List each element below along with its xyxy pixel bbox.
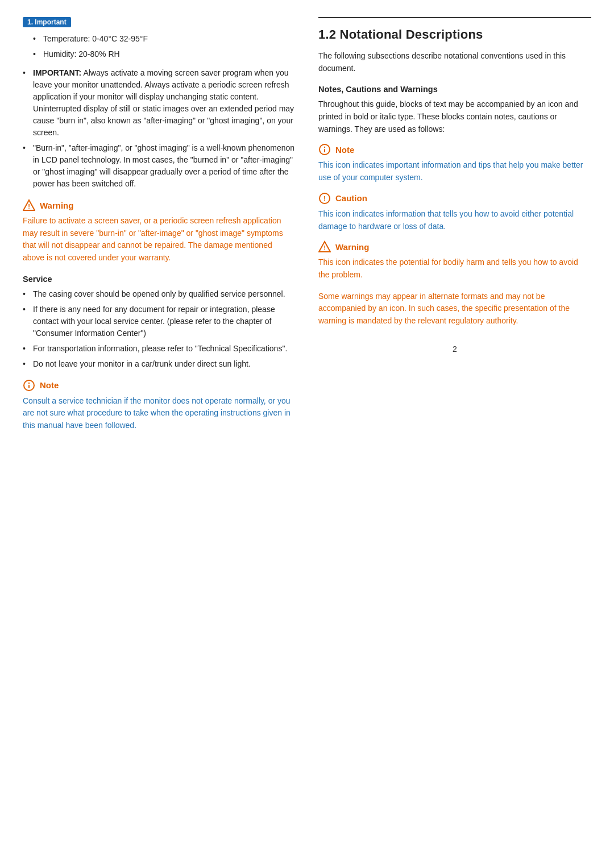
list-item: IMPORTANT: Always activate a moving scre… bbox=[23, 67, 296, 139]
bullet1-text: Always activate a moving screen saver pr… bbox=[33, 68, 294, 137]
warning-header-right: ! Warning bbox=[318, 240, 591, 253]
caution-icon-right: ! bbox=[318, 192, 331, 205]
caution-text-right: This icon indicates information that tel… bbox=[318, 208, 591, 232]
page-number: 2 bbox=[318, 344, 591, 354]
note-label-right: Note bbox=[335, 145, 354, 155]
service-bullet-list: The casing cover should be opened only b… bbox=[23, 288, 296, 370]
right-column: 1.2 Notational Descriptions The followin… bbox=[318, 17, 591, 441]
important-tag: 1. Important bbox=[23, 17, 296, 33]
warning-icon-1: ! bbox=[23, 199, 35, 211]
notes-cautions-heading: Notes, Cautions and Warnings bbox=[318, 85, 591, 94]
caution-header-right: ! Caution bbox=[318, 192, 591, 205]
warning-text-1: Failure to activate a screen saver, or a… bbox=[23, 215, 296, 264]
main-bullet-list: IMPORTANT: Always activate a moving scre… bbox=[23, 67, 296, 190]
warning-header-1: ! Warning bbox=[23, 199, 296, 211]
note-block-right: Note This icon indicates important infor… bbox=[318, 143, 591, 184]
note-label-1: Note bbox=[40, 380, 59, 390]
svg-rect-7 bbox=[324, 149, 325, 152]
section-title: 1.2 Notational Descriptions bbox=[318, 27, 591, 42]
svg-point-3 bbox=[28, 383, 30, 384]
note-block-1: Note Consult a service technician if the… bbox=[23, 379, 296, 432]
bold-important: IMPORTANT: bbox=[33, 68, 81, 77]
note-text-right: This icon indicates important informatio… bbox=[318, 159, 591, 184]
svg-text:!: ! bbox=[323, 244, 326, 251]
note-text-1: Consult a service technician if the moni… bbox=[23, 395, 296, 432]
caution-label-right: Caution bbox=[335, 193, 367, 203]
list-item: Humidity: 20-80% RH bbox=[33, 48, 296, 60]
list-item: Do not leave your monitor in a car/trunk… bbox=[23, 358, 296, 370]
note-icon-1 bbox=[23, 379, 35, 392]
left-column: 1. Important Temperature: 0-40°C 32-95°F… bbox=[23, 17, 296, 441]
list-item: Temperature: 0-40°C 32-95°F bbox=[33, 33, 296, 45]
list-item: For transportation information, please r… bbox=[23, 343, 296, 355]
sub-bullet-list: Temperature: 0-40°C 32-95°F Humidity: 20… bbox=[33, 33, 296, 60]
list-item: The casing cover should be opened only b… bbox=[23, 288, 296, 300]
caution-block-right: ! Caution This icon indicates informatio… bbox=[318, 192, 591, 232]
page-container: 1. Important Temperature: 0-40°C 32-95°F… bbox=[0, 0, 614, 475]
intro-text: The following subsections describe notat… bbox=[318, 50, 591, 74]
warning-block-1: ! Warning Failure to activate a screen s… bbox=[23, 199, 296, 264]
note-icon-right bbox=[318, 143, 331, 156]
svg-text:!: ! bbox=[323, 195, 326, 203]
svg-point-6 bbox=[324, 147, 325, 148]
svg-text:!: ! bbox=[28, 203, 30, 210]
warning-block-right: ! Warning This icon indicates the potent… bbox=[318, 240, 591, 327]
notes-intro-text: Throughout this guide, blocks of text ma… bbox=[318, 98, 591, 135]
warning-label-1: Warning bbox=[40, 201, 73, 210]
svg-rect-4 bbox=[28, 385, 30, 388]
note-header-right: Note bbox=[318, 143, 591, 156]
warning-label-right: Warning bbox=[335, 242, 369, 252]
warning-text-right-1: This icon indicates the potential for bo… bbox=[318, 256, 591, 281]
service-heading: Service bbox=[23, 275, 296, 284]
warning-icon-right: ! bbox=[318, 240, 331, 253]
warning-text-right-2: Some warnings may appear in alternate fo… bbox=[318, 290, 591, 327]
list-item: If there is any need for any document fo… bbox=[23, 304, 296, 339]
note-header-1: Note bbox=[23, 379, 296, 392]
list-item: "Burn-in", "after-imaging", or "ghost im… bbox=[23, 142, 296, 190]
